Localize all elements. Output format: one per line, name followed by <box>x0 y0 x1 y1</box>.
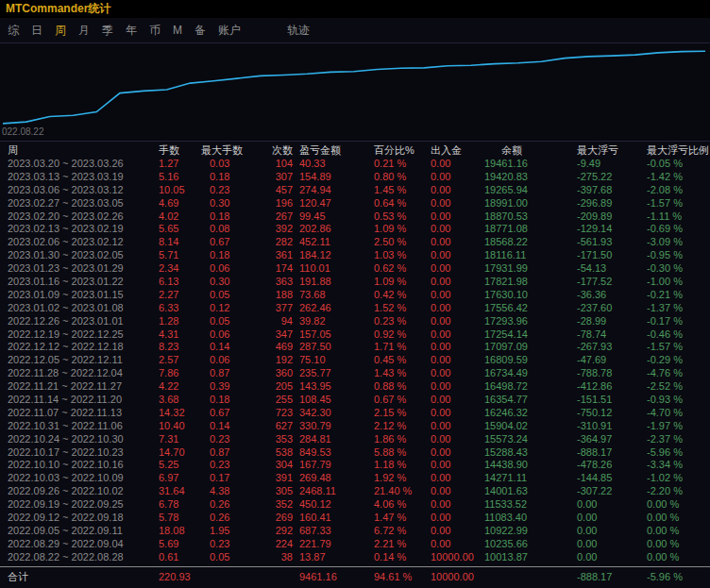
column-header-period: 周 <box>0 143 159 158</box>
cell-lots: 6.97 <box>159 472 210 485</box>
table-row[interactable]: 2022.08.29 ~ 2022.09.045.690.23224221.79… <box>0 538 710 551</box>
cell-balance: 16246.32 <box>484 407 577 420</box>
cell-max-float: -47.69 <box>577 354 647 367</box>
table-row[interactable]: 2022.10.24 ~ 2022.10.307.310.23353284.81… <box>0 433 710 446</box>
menu-item-11[interactable]: 轨迹 <box>287 23 310 39</box>
total-row: 合计220.939461.1694.61 %10000.00-888.17-5.… <box>0 567 710 586</box>
cell-pct: 1.45 % <box>374 184 431 197</box>
table-row[interactable]: 2023.02.20 ~ 2023.02.264.020.1826799.450… <box>0 210 710 224</box>
cell-max-float-pct: -3.09 % <box>647 236 710 249</box>
table-row[interactable]: 2023.03.06 ~ 2023.03.1210.050.23457274.9… <box>0 184 710 197</box>
table-row[interactable]: 2023.03.20 ~ 2023.03.261.270.0310440.330… <box>0 158 710 171</box>
table-row[interactable]: 2023.01.02 ~ 2023.01.086.330.12377262.46… <box>0 302 710 315</box>
cell-balance: 10013.87 <box>484 551 577 564</box>
cell-deposit: 0.00 <box>431 354 484 367</box>
cell-pnl: 99.45 <box>295 210 374 224</box>
cell-max-lots: 0.12 <box>210 302 268 315</box>
table-row[interactable]: 2023.01.09 ~ 2023.01.152.270.0518873.680… <box>0 289 710 302</box>
table-row[interactable]: 2022.11.07 ~ 2022.11.1314.320.67723342.3… <box>0 407 710 420</box>
cell-pnl: 167.79 <box>295 459 374 472</box>
menu-item-4[interactable]: 月 <box>78 23 90 39</box>
cell-max-lots: 0.23 <box>210 433 268 446</box>
table-row[interactable]: 2022.11.28 ~ 2022.12.047.860.87360235.77… <box>0 367 710 380</box>
menu-item-6[interactable]: 年 <box>126 23 137 39</box>
table-row[interactable]: 2023.01.16 ~ 2023.01.226.130.30363191.88… <box>0 276 710 289</box>
table-row[interactable]: 2022.10.10 ~ 2022.10.165.250.23304167.79… <box>0 459 710 472</box>
column-header-pnl: 盈亏金额 <box>295 143 374 158</box>
cell-pnl: 184.12 <box>295 249 374 262</box>
cell-count: 538 <box>268 446 295 460</box>
cell-max-lots: 0.23 <box>210 459 268 472</box>
table-row[interactable]: 2022.11.14 ~ 2022.11.203.680.18255108.45… <box>0 394 710 407</box>
menu-item-2[interactable]: 日 <box>31 23 42 39</box>
cell-pnl: 342.30 <box>295 407 374 420</box>
cell-max-float: -561.93 <box>577 236 647 249</box>
total-pnl: 9461.16 <box>295 567 374 586</box>
cell-pnl: 450.12 <box>295 498 374 512</box>
table-row[interactable]: 2023.02.06 ~ 2023.02.128.140.67282452.11… <box>0 236 710 249</box>
table-row[interactable]: 2022.12.19 ~ 2022.12.254.310.06347157.05… <box>0 328 710 342</box>
table-row[interactable]: 2022.10.31 ~ 2022.11.0610.400.14627330.7… <box>0 420 710 433</box>
cell-count: 38 <box>268 551 295 564</box>
table-row[interactable]: 2023.02.27 ~ 2023.03.054.690.30196120.47… <box>0 197 710 210</box>
menu-item-7[interactable]: 币 <box>149 23 161 39</box>
cell-balance: 11083.40 <box>484 512 577 525</box>
cell-pct: 2.50 % <box>374 236 431 249</box>
table-row[interactable]: 2022.10.17 ~ 2022.10.2314.700.87538849.5… <box>0 446 710 460</box>
cell-period: 2022.12.05 ~ 2022.12.11 <box>0 354 159 367</box>
menu-item-8[interactable]: M <box>173 24 182 37</box>
table-row[interactable]: 2022.08.22 ~ 2022.08.280.610.053813.870.… <box>0 551 710 564</box>
cell-balance: 17293.96 <box>484 315 577 328</box>
table-row[interactable]: 2022.10.03 ~ 2022.10.096.970.17391269.48… <box>0 472 710 485</box>
table-row[interactable]: 2023.01.30 ~ 2023.02.055.710.18361184.12… <box>0 249 710 262</box>
cell-count: 391 <box>268 472 295 485</box>
cell-period: 2022.10.17 ~ 2022.10.23 <box>0 446 159 460</box>
menu-item-9[interactable]: 备 <box>194 23 206 39</box>
total-pct: 94.61 % <box>374 567 431 586</box>
cell-deposit: 0.00 <box>431 158 484 171</box>
cell-lots: 4.31 <box>159 328 210 342</box>
cell-deposit: 0.00 <box>431 485 484 498</box>
table-row[interactable]: 2022.09.12 ~ 2022.09.185.780.26269160.41… <box>0 512 710 525</box>
menu-item-10[interactable]: 账户 <box>218 23 241 39</box>
cell-deposit: 0.00 <box>431 367 484 380</box>
cell-lots: 10.40 <box>159 420 210 433</box>
menu-item-1[interactable]: 综 <box>8 23 19 39</box>
cell-lots: 10.05 <box>159 184 210 197</box>
column-header-max-lots: 最大手数 <box>201 143 260 158</box>
cell-max-float-pct: 0.00 % <box>647 525 710 538</box>
cell-max-float-pct: -0.95 % <box>647 249 710 262</box>
cell-lots: 31.64 <box>159 485 210 498</box>
table-row[interactable]: 2022.11.21 ~ 2022.11.274.220.39205143.95… <box>0 380 710 394</box>
cell-count: 282 <box>268 236 295 249</box>
column-header-balance: 余额 <box>484 143 577 158</box>
table-row[interactable]: 2022.12.26 ~ 2023.01.011.280.059439.820.… <box>0 315 710 328</box>
app-window: MTCommander统计 综日周月季年币M备账户轨迹 022.08.22 周手… <box>0 0 710 588</box>
table-row[interactable]: 2023.01.23 ~ 2023.01.292.340.06174110.01… <box>0 262 710 276</box>
menu-item-3[interactable]: 周 <box>55 23 66 39</box>
table-row[interactable]: 2023.02.13 ~ 2023.02.195.650.08392202.86… <box>0 223 710 236</box>
table-row[interactable]: 2022.09.19 ~ 2022.09.256.780.26352450.12… <box>0 498 710 512</box>
table-row[interactable]: 2022.09.05 ~ 2022.09.1118.081.95292687.3… <box>0 525 710 538</box>
table-row[interactable]: 2022.09.26 ~ 2022.10.0231.644.383052468.… <box>0 485 710 498</box>
cell-period: 2022.12.12 ~ 2022.12.18 <box>0 341 159 354</box>
cell-pnl: 235.77 <box>295 367 374 380</box>
cell-max-float: -78.74 <box>577 328 647 342</box>
cell-max-float-pct: -5.96 % <box>647 446 710 460</box>
title-bar[interactable]: MTCommander统计 <box>0 0 710 18</box>
table-row[interactable]: 2022.12.12 ~ 2022.12.188.230.14469287.50… <box>0 341 710 354</box>
total-label: 合计 <box>0 567 159 586</box>
cell-balance: 17821.98 <box>484 276 577 289</box>
cell-deposit: 0.00 <box>431 236 484 249</box>
total-max-float-pct: -5.96 % <box>647 567 710 586</box>
cell-pnl: 73.68 <box>295 289 374 302</box>
cell-pct: 0.53 % <box>374 210 431 224</box>
menu-item-5[interactable]: 季 <box>102 23 113 39</box>
cell-max-lots: 0.18 <box>210 249 268 262</box>
cell-deposit: 0.00 <box>431 380 484 394</box>
cell-max-lots: 0.26 <box>210 498 268 512</box>
cell-lots: 1.28 <box>159 315 210 328</box>
cell-count: 457 <box>268 184 295 197</box>
table-row[interactable]: 2022.12.05 ~ 2022.12.112.570.0619275.100… <box>0 354 710 367</box>
table-row[interactable]: 2023.03.13 ~ 2023.03.195.160.18307154.89… <box>0 171 710 184</box>
